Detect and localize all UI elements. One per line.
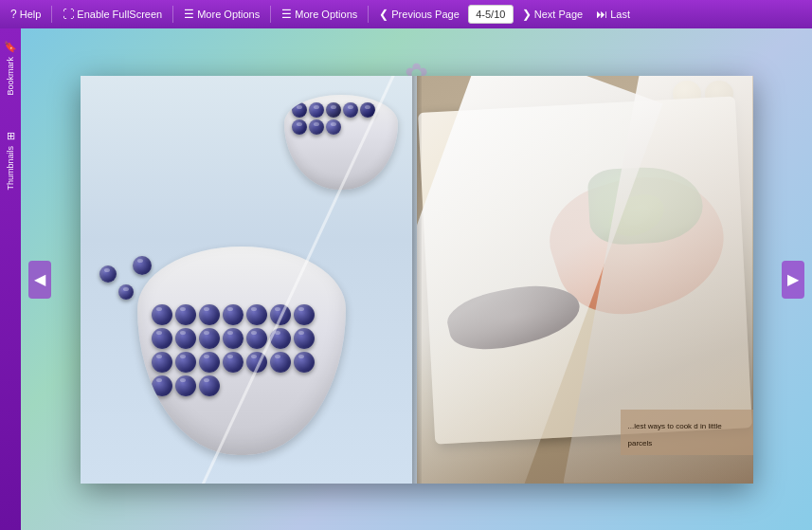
book-viewer: ...lest ways to cook d in little parcels (81, 76, 753, 484)
next-page-button[interactable]: ❯ Next Page (517, 6, 587, 23)
sidebar-bookmark-label: Bookmark (6, 57, 15, 96)
viewer: ✿ ◀ (21, 28, 812, 530)
more-options-button-1[interactable]: ☰ More Options (179, 6, 264, 23)
blueberry-page (81, 76, 417, 484)
prev-arrow-button[interactable]: ◀ (28, 261, 51, 299)
more-options-button-2[interactable]: ☰ More Options (277, 6, 362, 23)
separator-3 (270, 6, 271, 23)
thumbnails-icon: ⊞ (7, 130, 15, 142)
help-icon: ? (10, 8, 17, 21)
page-right: ...lest ways to cook d in little parcels (417, 76, 753, 484)
fullscreen-icon: ⛶ (63, 8, 74, 21)
page-left (81, 76, 417, 484)
main-area: 🔖 Bookmark ⊞ Thumbnails ✿ ◀ (0, 28, 812, 530)
bookmark-icon: 🔖 (4, 41, 17, 53)
separator-1 (51, 6, 52, 23)
fullscreen-button[interactable]: ⛶ Enable FullScreen (58, 6, 167, 23)
prev-page-button[interactable]: ❮ Previous Page (374, 6, 464, 23)
separator-4 (368, 6, 369, 23)
next-arrow-icon: ▶ (787, 270, 799, 288)
separator-2 (172, 6, 173, 23)
next-page-label: Next Page (534, 9, 583, 20)
center-shadow (412, 76, 422, 484)
prev-page-icon: ❮ (379, 8, 388, 21)
prev-arrow-icon: ◀ (34, 270, 45, 288)
sidebar-item-bookmark[interactable]: 🔖 Bookmark (0, 33, 21, 103)
more-options-label-1: More Options (197, 9, 260, 20)
more-options-icon-2: ☰ (281, 8, 292, 21)
caption-text: ...lest ways to cook d in little parcels (628, 422, 722, 448)
fullscreen-label: Enable FullScreen (77, 9, 162, 20)
help-button[interactable]: ? Help (6, 6, 45, 23)
next-page-icon: ❯ (522, 8, 532, 21)
next-arrow-button[interactable]: ▶ (782, 261, 804, 299)
sidebar-item-thumbnails[interactable]: ⊞ Thumbnails (0, 122, 21, 198)
toolbar: ? Help ⛶ Enable FullScreen ☰ More Option… (0, 0, 812, 28)
prev-page-label: Previous Page (391, 9, 460, 20)
sidebar-thumbnails-label: Thumbnails (6, 146, 15, 191)
page-input[interactable] (468, 5, 514, 24)
more-options-icon-1: ☰ (184, 8, 194, 21)
more-options-label-2: More Options (295, 9, 357, 20)
help-label: Help (20, 9, 42, 20)
sidebar: 🔖 Bookmark ⊞ Thumbnails (0, 28, 21, 530)
caption-box: ...lest ways to cook d in little parcels (621, 410, 753, 455)
food-page: ...lest ways to cook d in little parcels (417, 76, 753, 484)
last-page-icon: ⏭ (596, 8, 607, 21)
last-page-button[interactable]: ⏭ Last (591, 6, 635, 23)
last-page-label: Last (610, 9, 630, 20)
